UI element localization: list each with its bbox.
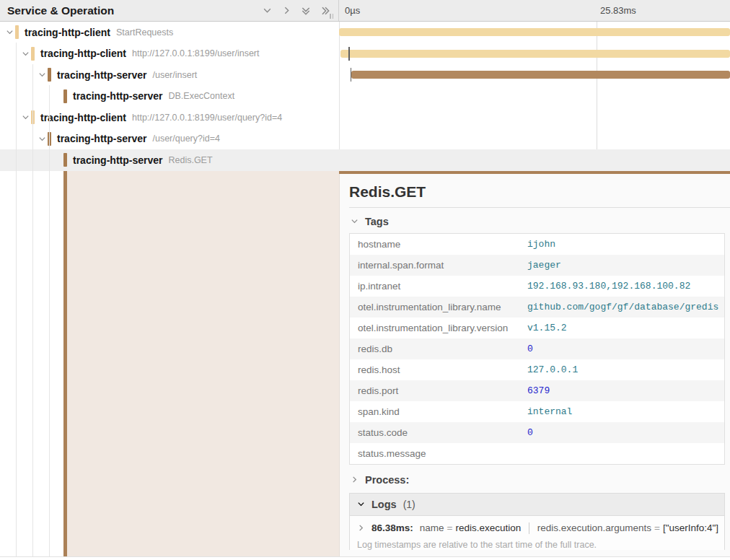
equals-sign: = [651,522,663,533]
timeline-cell[interactable] [339,64,730,86]
logs-section-header[interactable]: Logs (1) [350,494,724,516]
service-name: tracing-http-client [40,48,126,59]
timeline-header: Service & Operation 0µs 25.83ms [0,0,730,22]
tag-key: status.code [358,427,527,438]
tag-key: status.message [358,448,527,459]
logs-count: (1) [403,499,415,510]
log-entry[interactable]: 86.38ms: name = redis.execution redis.ex… [357,522,718,534]
tag-value: 0 [527,344,533,354]
tree-indent-guide [32,64,33,557]
column-resizer-grip[interactable] [330,14,333,19]
tree-indent-guide [49,85,50,557]
timeline-cell[interactable] [339,86,730,108]
tag-key: redis.db [358,344,527,354]
timeline-cell[interactable] [339,22,730,43]
log-field-value: ["userInfo:4"] [663,522,718,533]
log-timestamp: 86.38ms: [371,522,413,533]
service-name: tracing-http-server [73,154,162,166]
span-boundary-tick [348,47,350,61]
double-chevron-right-icon[interactable] [320,6,330,16]
logs-box: Logs (1) 86.38ms: name = redis.execution… [349,493,725,550]
timeline-cell[interactable] [339,149,730,171]
log-field-key: redis.execution.arguments [537,522,651,533]
tag-key: redis.port [358,385,527,396]
tag-row: status.message [350,443,724,464]
service-operation-title: Service & Operation [7,0,114,21]
span-row[interactable]: tracing-http-server DB.ExecContext [0,86,730,108]
service-name: tracing-http-server [57,133,146,144]
tag-key: redis.host [358,364,527,375]
tag-value: internal [527,406,572,417]
tag-key: hostname [358,239,527,250]
tag-row: status.code0 [350,422,724,443]
equals-sign: = [444,522,456,533]
tag-row: otel.instrumentation_library.namegithub.… [350,297,724,318]
timeline-cell[interactable] [339,128,730,150]
span-duration-bar[interactable] [339,28,730,36]
service-operation-header: Service & Operation [0,0,339,21]
chevron-down-icon[interactable] [262,6,272,16]
span-detail-panel: Redis.GET Tags hostnameijohn internal.sp… [339,174,730,560]
chevron-down-icon[interactable] [19,113,31,121]
span-boundary-tick [351,68,352,82]
service-color-chip [63,89,67,103]
operation-name: DB.ExecContext [168,91,234,101]
tag-value: jaeger [527,260,561,271]
chevron-down-icon [351,217,359,225]
tag-row: span.kindinternal [350,401,724,422]
span-row-selected[interactable]: tracing-http-server Redis.GET [0,149,730,171]
service-color-chip [15,25,19,39]
logs-section-label: Logs [371,499,397,510]
span-duration-bar[interactable] [340,50,730,58]
tag-row: redis.db0 [350,338,724,359]
span-row[interactable]: tracing-http-client StartRequests [0,22,730,43]
operation-name: StartRequests [116,27,173,38]
chevron-down-icon [357,500,365,508]
chevron-right-icon[interactable] [281,6,291,16]
operation-name: /user/insert [152,70,197,80]
span-row[interactable]: tracing-http-client http://127.0.0.1:819… [0,107,730,128]
span-duration-bar[interactable] [351,71,730,79]
tag-value: 6379 [527,385,550,396]
tag-key: otel.instrumentation_library.name [358,302,527,312]
chevron-right-icon [351,476,359,484]
tag-row: redis.port6379 [350,380,724,401]
chevron-down-icon[interactable] [36,135,48,143]
chevron-down-icon[interactable] [4,28,15,36]
service-name: tracing-http-server [73,90,162,102]
double-chevron-down-icon[interactable] [301,6,311,16]
span-detail-title: Redis.GET [349,183,730,201]
tag-value: 0 [527,427,533,438]
process-section-label: Process: [365,474,409,486]
tag-row: ip.intranet192.168.93.180,192.168.100.82 [350,276,724,297]
service-name: tracing-http-server [57,69,146,81]
service-name: tracing-http-client [25,27,110,38]
tag-row: internal.span.formatjaeger [350,255,724,276]
tag-row: otel.instrumentation_library.versionv1.1… [350,318,724,338]
logs-footnote: Log timestamps are relative to the start… [357,540,718,550]
service-name: tracing-http-client [40,112,126,123]
span-row[interactable]: tracing-http-server /user/query?id=4 [0,128,730,150]
tag-key: internal.span.format [358,260,527,271]
timeline-cell[interactable] [339,43,730,65]
chevron-down-icon[interactable] [19,50,31,58]
tag-key: ip.intranet [358,281,527,292]
operation-name: /user/query?id=4 [152,134,219,144]
tag-value: 127.0.0.1 [527,364,578,375]
tags-table: hostnameijohn internal.span.formatjaeger… [349,233,725,465]
tree-indent-guide [16,43,17,557]
tag-key: span.kind [358,406,527,417]
tag-value: 192.168.93.180,192.168.100.82 [527,281,690,292]
tag-value: v1.15.2 [527,323,567,333]
process-section-header[interactable]: Process: [351,474,730,486]
tags-section-label: Tags [365,216,389,227]
operation-name: http://127.0.0.1:8199/user/query?id=4 [132,113,282,123]
chevron-down-icon[interactable] [36,71,48,79]
tag-key: otel.instrumentation_library.version [358,323,527,333]
span-row[interactable]: tracing-http-server /user/insert [0,64,730,86]
service-color-chip [63,153,67,167]
tags-section-header[interactable]: Tags [351,216,730,227]
timeline-cell[interactable] [339,107,730,128]
tag-row: hostnameijohn [350,234,724,255]
span-row[interactable]: tracing-http-client http://127.0.0.1:819… [0,43,730,65]
